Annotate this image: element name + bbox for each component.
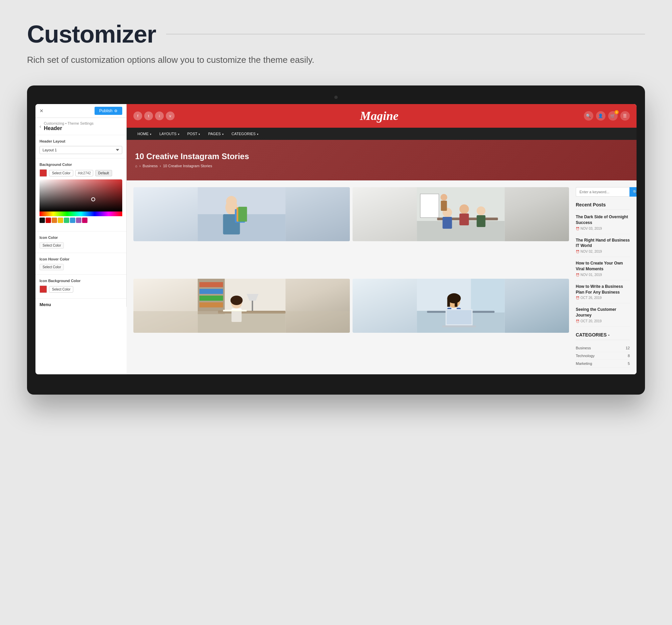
color-swatches-row	[40, 216, 122, 224]
site-nav: HOME LAYOUTS POST PAGES CATEGORIES	[127, 128, 637, 140]
social-instagram[interactable]: i	[155, 112, 164, 120]
swatch-yellow[interactable]	[58, 217, 63, 223]
bg-color-select-btn[interactable]: Select Color	[49, 170, 73, 176]
post-5-date: OCT 20, 2019	[576, 319, 630, 323]
cart-action-btn[interactable]: 🛒 0	[608, 111, 618, 121]
post-item-1: The Dark Side of Overnight Success NOV 0…	[576, 214, 630, 234]
icon-color-btn[interactable]: Select Color	[40, 242, 64, 249]
icon-bg-color-btn[interactable]: Select Color	[49, 286, 73, 293]
nav-categories[interactable]: CATEGORIES	[227, 128, 262, 140]
icon-color-label: Icon Color	[40, 235, 122, 239]
icon-hover-color-btn[interactable]: Select Color	[40, 264, 64, 270]
laptop-screen: Publish Customizing • Theme Settings Hea…	[35, 104, 637, 374]
swatch-purple[interactable]	[76, 217, 81, 223]
clock-icon-1	[576, 227, 579, 230]
site-preview: f t i v Magine 🔍 👤 🛒 0 ☰	[127, 104, 637, 374]
bg-color-hex: #dc2742	[75, 170, 93, 176]
header-actions: 🔍 👤 🛒 0 ☰	[584, 111, 630, 121]
laptop-mockup: Publish Customizing • Theme Settings Hea…	[27, 86, 645, 395]
home-icon	[135, 164, 138, 168]
customizer-topbar: Publish	[35, 104, 126, 118]
nav-pages-label: PAGES	[208, 132, 220, 136]
svg-point-31	[231, 296, 243, 305]
color-gradient[interactable]	[40, 179, 122, 211]
svg-rect-45	[447, 310, 472, 324]
icon-bg-color-section: Icon Background Color Select Color	[35, 275, 126, 299]
social-facebook[interactable]: f	[134, 112, 142, 120]
nav-home[interactable]: HOME	[134, 128, 155, 140]
post-4-title[interactable]: How to Write a Business Plan For Any Bus…	[576, 284, 630, 295]
publish-button[interactable]: Publish	[95, 107, 122, 115]
header-layout-select[interactable]: Layout 1	[40, 146, 122, 154]
header-layout-label: Header Layout	[40, 139, 122, 143]
social-vimeo[interactable]: v	[166, 112, 174, 120]
page-title-text: Customizer	[27, 20, 156, 48]
social-twitter[interactable]: t	[144, 112, 153, 120]
clock-icon-2	[576, 250, 579, 253]
post-2-date-text: NOV 02, 2019	[580, 250, 602, 253]
search-input[interactable]	[576, 187, 629, 196]
svg-point-15	[477, 206, 486, 215]
bg-color-default-btn[interactable]: Default	[95, 170, 112, 176]
search-box: 🔍	[576, 187, 630, 196]
post-2-title[interactable]: The Right Hand of Business IT World	[576, 237, 630, 249]
svg-rect-46	[442, 325, 476, 327]
post-5-date-text: OCT 20, 2019	[580, 319, 602, 323]
cart-badge: 0	[615, 110, 619, 114]
nav-layouts-caret	[178, 132, 179, 136]
post-item-2: The Right Hand of Business IT World NOV …	[576, 237, 630, 257]
post-1-title[interactable]: The Dark Side of Overnight Success	[576, 214, 630, 226]
hue-slider[interactable]	[40, 211, 122, 216]
nav-layouts-label: LAYOUTS	[160, 132, 176, 136]
svg-rect-12	[443, 217, 452, 229]
post-item-5: Seeing the Customer Journey OCT 20, 2019	[576, 307, 630, 327]
user-action-btn[interactable]: 👤	[596, 111, 605, 121]
swatch-orange[interactable]	[52, 217, 57, 223]
page-header: Customizer Rich set of customization opt…	[27, 20, 645, 65]
swatch-green[interactable]	[64, 217, 69, 223]
svg-rect-17	[421, 194, 439, 217]
nav-pages[interactable]: PAGES	[204, 128, 227, 140]
svg-rect-23	[199, 282, 223, 287]
category-item-2[interactable]: Technology 8	[576, 352, 630, 360]
nav-categories-label: CATEGORIES	[232, 132, 256, 136]
swatch-pink[interactable]	[82, 217, 88, 223]
svg-rect-21	[198, 312, 286, 333]
nav-home-label: HOME	[138, 132, 149, 136]
svg-rect-24	[199, 289, 223, 294]
search-action-btn[interactable]: 🔍	[584, 111, 593, 121]
publish-label: Publish	[99, 109, 113, 113]
nav-post[interactable]: POST	[183, 128, 204, 140]
cat-1-name: Business	[576, 346, 591, 350]
post-5-title[interactable]: Seeing the Customer Journey	[576, 307, 630, 318]
swatch-black[interactable]	[40, 217, 45, 223]
article-image-4	[353, 279, 569, 333]
swatch-red[interactable]	[46, 217, 51, 223]
search-button[interactable]: 🔍	[629, 187, 637, 196]
breadcrumb: › Business › 10 Creative Instagram Stori…	[135, 164, 628, 168]
nav-categories-caret	[257, 132, 258, 136]
swatch-blue[interactable]	[70, 217, 75, 223]
color-cursor	[91, 197, 95, 201]
svg-rect-16	[477, 215, 486, 227]
back-button[interactable]	[40, 124, 41, 129]
menu-title: Menu	[40, 302, 122, 307]
breadcrumb-business[interactable]: Business	[143, 164, 158, 168]
site-header: f t i v Magine 🔍 👤 🛒 0 ☰	[127, 104, 637, 128]
categories-title: CATEGORIES -	[576, 332, 630, 340]
category-item-1[interactable]: Business 12	[576, 344, 630, 352]
svg-rect-14	[460, 213, 469, 225]
icon-hover-color-section: Icon Hover Color Select Color	[35, 253, 126, 275]
cat-1-count: 12	[626, 346, 630, 350]
recent-posts-section: Recent Posts The Dark Side of Overnight …	[576, 202, 630, 327]
cat-3-name: Marketing	[576, 362, 592, 366]
category-item-3[interactable]: Marketing 5	[576, 360, 630, 368]
post-item-4: How to Write a Business Plan For Any Bus…	[576, 284, 630, 304]
bg-color-row: Select Color #dc2742 Default	[40, 169, 122, 177]
icon-color-section: Icon Color Select Color	[35, 231, 126, 253]
nav-layouts[interactable]: LAYOUTS	[155, 128, 183, 140]
post-3-title[interactable]: How to Create Your Own Viral Moments	[576, 260, 630, 272]
close-button[interactable]	[40, 108, 44, 114]
menu-action-btn[interactable]: ☰	[620, 111, 630, 121]
svg-point-4	[226, 196, 237, 207]
